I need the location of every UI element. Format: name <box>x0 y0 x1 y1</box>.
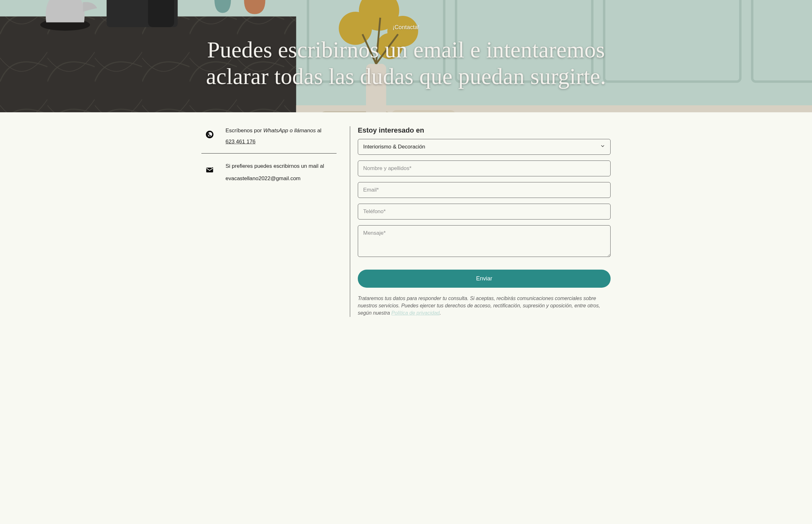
chevron-down-icon <box>600 144 605 150</box>
disclaimer-text-after: . <box>440 310 441 316</box>
privacy-policy-link[interactable]: Política de privacidad <box>392 310 440 316</box>
phone-link[interactable]: 623 461 176 <box>226 138 256 145</box>
email-input[interactable] <box>358 182 611 198</box>
email-text: Si prefieres puedes escribirnos un mail … <box>226 162 324 183</box>
hero-headline: Puedes escribirnos un email e intentarem… <box>197 36 615 90</box>
interest-select[interactable]: Interiorismo & Decoración <box>358 139 611 155</box>
contact-sidebar: Escríbenos por WhatsApp o llámanos al 62… <box>201 126 338 317</box>
email-prefix: Si prefieres puedes escribirnos un mail … <box>226 162 324 170</box>
form-stack: Interiorismo & Decoración <box>358 139 611 258</box>
whatsapp-prefix: Escríbenos por <box>226 128 263 133</box>
interest-label: Estoy interesado en <box>358 126 611 134</box>
whatsapp-suffix: al <box>316 128 321 133</box>
whatsapp-channel: WhatsApp o llámanos <box>263 128 316 133</box>
content-wrap: Escríbenos por WhatsApp o llámanos al 62… <box>195 112 617 325</box>
name-input[interactable] <box>358 161 611 176</box>
submit-button[interactable]: Enviar <box>358 269 611 288</box>
phone-input[interactable] <box>358 203 611 219</box>
sidebar-divider <box>201 153 336 153</box>
privacy-disclaimer: Trataremos tus datos para responder tu c… <box>358 295 611 317</box>
hero-eyebrow: ¡Contacta! <box>0 24 812 31</box>
email-block: Si prefieres puedes escribirnos un mail … <box>201 162 336 183</box>
mail-icon <box>201 162 218 178</box>
message-textarea[interactable] <box>358 225 611 257</box>
email-address: evacastellano2022@gmail.com <box>226 174 324 183</box>
interest-selected-value: Interiorismo & Decoración <box>363 144 425 150</box>
svg-point-36 <box>212 167 213 168</box>
whatsapp-icon <box>201 126 218 143</box>
contact-form-section: Estoy interesado en Interiorismo & Decor… <box>350 126 611 317</box>
hero-section: ¡Contacta! Puedes escribirnos un email e… <box>0 0 812 112</box>
whatsapp-text: Escríbenos por WhatsApp o llámanos al 62… <box>226 126 321 145</box>
whatsapp-block: Escríbenos por WhatsApp o llámanos al 62… <box>201 126 336 145</box>
